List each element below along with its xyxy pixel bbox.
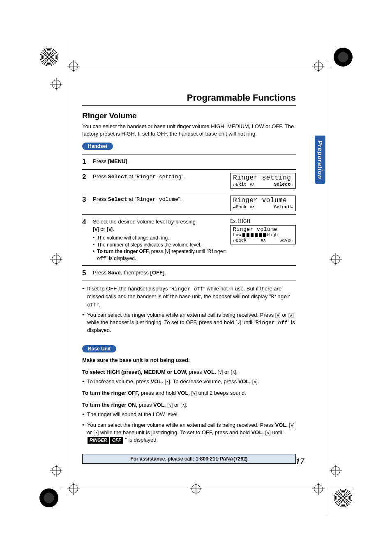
footer-assistance: For assistance, please call: 1-800-211-P… <box>82 454 296 464</box>
substep: To turn the ringer OFF, press [∨] repeat… <box>93 248 227 262</box>
print-registration-ring <box>39 48 58 67</box>
step-text: Press Select at "Ringer volume". <box>93 196 227 203</box>
step-number: 2 <box>82 173 90 181</box>
step-text: Press Select at "Ringer setting". <box>93 173 227 181</box>
substep: The volume will change and ring. <box>93 235 227 241</box>
crosshair-icon <box>312 483 325 495</box>
step-number: 4 <box>82 218 90 226</box>
example-label: Ex. HIGH <box>230 218 296 224</box>
base-line: You can select the ringer volume while a… <box>82 421 296 444</box>
crop-line <box>66 39 66 493</box>
base-line: To turn the ringer ON, press VOL. [∨] or… <box>82 401 296 409</box>
lcd-left-label: ↵Back ∨∧ <box>233 204 254 210</box>
print-registration-dot <box>39 488 58 507</box>
lcd-right-label: Select↳ <box>274 204 293 210</box>
step-text: Press Save, then press [OFF]. <box>93 269 296 277</box>
crosshair-icon <box>50 78 62 90</box>
steps-list: 1 Press [MENU]. 2 Press Select at "Ringe… <box>82 154 296 281</box>
step-row: 2 Press Select at "Ringer setting". Ring… <box>82 170 296 192</box>
page-header: Programmable Functions <box>82 92 296 106</box>
step-row: 5 Press Save, then press [OFF]. <box>82 266 296 281</box>
lcd-display: Ex. HIGH Ringer volume Low High ↵Back ∨∧… <box>230 218 296 244</box>
crop-line <box>39 66 330 66</box>
page-content: Programmable Functions Ringer Volume You… <box>82 92 296 464</box>
step-text: Press [MENU]. <box>93 158 296 165</box>
step-row: 4 Select the desired volume level by pre… <box>82 215 296 266</box>
lcd-line1: Ringer setting <box>233 174 293 182</box>
base-line: Make sure the base unit is not being use… <box>82 357 296 364</box>
notes-list: If set to OFF, the handset displays "Rin… <box>82 285 296 334</box>
section-intro: You can select the handset or base unit … <box>82 123 296 137</box>
crop-line <box>326 62 326 516</box>
note: If set to OFF, the handset displays "Rin… <box>82 285 296 309</box>
crosshair-icon <box>330 465 342 477</box>
print-registration-ring <box>334 488 353 507</box>
crosshair-icon <box>50 253 62 265</box>
section-tab: Preparation <box>315 136 325 184</box>
page-number: 17 <box>296 457 304 466</box>
handset-pill: Handset <box>82 143 113 150</box>
crosshair-icon <box>50 465 62 477</box>
crosshair-icon <box>330 253 342 265</box>
inverse-badge: RINGER <box>88 437 109 443</box>
step-number: 5 <box>82 269 90 277</box>
crosshair-icon <box>67 60 80 72</box>
crosshair-icon <box>190 483 202 495</box>
lcd-display: Ringer volume ↵Back ∨∧ Select↳ <box>230 196 296 211</box>
print-registration-dot <box>334 48 353 67</box>
lcd-left-label: ↵Exit ∨∧ <box>233 182 254 187</box>
section-title: Ringer Volume <box>82 111 296 120</box>
volume-bar: Low High <box>233 233 293 237</box>
base-line: To increase volume, press VOL. [∧]. To d… <box>82 378 296 385</box>
lcd-display: Ringer setting ↵Exit ∨∧ Select↳ <box>230 173 296 189</box>
lcd-right-label: Save↳ <box>279 237 293 243</box>
lcd-line1: Ringer volume <box>233 197 293 204</box>
baseunit-pill: Base Unit <box>82 345 116 352</box>
crop-line <box>62 489 353 489</box>
base-line: The ringer will sound at the LOW level. <box>82 411 296 418</box>
base-line: To turn the ringer OFF, press and hold V… <box>82 389 296 397</box>
lcd-right-label: Select↳ <box>274 182 293 187</box>
lcd-line1: Ringer volume <box>233 226 293 233</box>
step-number: 1 <box>82 158 90 166</box>
base-line: To select HIGH (preset), MEDIUM or LOW, … <box>82 368 296 376</box>
crosshair-icon <box>312 60 325 72</box>
substep: The number of steps indicates the volume… <box>93 242 227 248</box>
step-number: 3 <box>82 196 90 204</box>
step-row: 1 Press [MENU]. <box>82 154 296 170</box>
lcd-left-label: ↵Back <box>233 237 247 243</box>
note: You can select the ringer volume while a… <box>82 311 296 334</box>
crosshair-icon <box>67 483 80 495</box>
step-row: 3 Press Select at "Ringer volume". Ringe… <box>82 192 296 215</box>
step-text: Select the desired volume level by press… <box>93 218 227 262</box>
section-tab-label: Preparation <box>317 140 324 179</box>
base-unit-section: Base Unit Make sure the base unit is not… <box>82 345 296 444</box>
inverse-badge: OFF <box>110 437 123 443</box>
